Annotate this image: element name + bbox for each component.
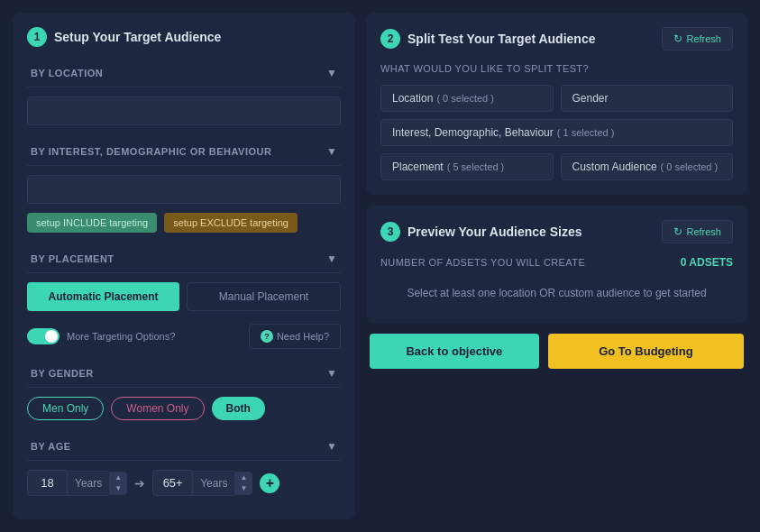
step-3-circle: 3 [380, 222, 400, 242]
exclude-targeting-button[interactable]: setup EXCLUDE targeting [164, 213, 298, 233]
go-to-budgeting-button[interactable]: Go To Budgeting [548, 334, 744, 369]
split-chip-custom-count: ( 0 selected ) [661, 161, 719, 172]
age-min-value: 18 [27, 470, 67, 496]
preview-refresh-icon: ↻ [673, 225, 682, 238]
step-2-circle: 2 [380, 29, 400, 49]
by-interest-header[interactable]: BY INTEREST, DEMOGRAPHIC OR BEHAVIOUR ▼ [27, 138, 341, 166]
split-chip-interest[interactable]: Interest, Demographic, Behaviour ( 1 sel… [380, 119, 733, 146]
right-panel: 2 Split Test Your Target Audience ↻ Refr… [366, 13, 747, 519]
more-targeting-label: More Targeting Options? [67, 331, 175, 342]
by-placement-chevron-icon: ▼ [326, 252, 337, 265]
split-chip-location[interactable]: Location ( 0 selected ) [380, 85, 554, 112]
by-age-label: BY AGE [31, 441, 71, 452]
gender-buttons: Men Only Women Only Both [27, 397, 341, 420]
by-gender-label: BY GENDER [31, 368, 94, 379]
bottom-buttons: Back to objective Go To Budgeting [366, 334, 747, 369]
by-gender-header[interactable]: BY GENDER ▼ [27, 360, 341, 388]
step-1-circle: 1 [27, 27, 47, 47]
by-placement-header[interactable]: BY PLACEMENT ▼ [27, 245, 341, 273]
age-min-spinner[interactable]: ▲ ▼ [109, 472, 127, 495]
age-max-value: 65+ [152, 470, 192, 496]
split-chip-interest-label: Interest, Demographic, Behaviour [392, 126, 554, 139]
split-chip-placement[interactable]: Placement ( 5 selected ) [380, 153, 554, 180]
by-gender-chevron-icon: ▼ [326, 367, 337, 380]
by-gender-section: BY GENDER ▼ Men Only Women Only Both [27, 360, 341, 420]
location-input[interactable] [27, 96, 341, 125]
split-chip-gender-label: Gender [572, 92, 609, 105]
preview-card: 3 Preview Your Audience Sizes ↻ Refresh … [366, 206, 747, 323]
preview-header-left: 3 Preview Your Audience Sizes [380, 222, 581, 242]
both-genders-button[interactable]: Both [212, 397, 265, 420]
manual-placement-button[interactable]: Manual Placement [187, 282, 341, 311]
targeting-tag-buttons: setup INCLUDE targeting setup EXCLUDE ta… [27, 213, 341, 233]
age-max-down-icon[interactable]: ▼ [235, 483, 252, 494]
by-location-section: BY LOCATION ▼ [27, 60, 341, 125]
adsets-label: NUMBER OF ADSETS YOU WILL CREATE [380, 257, 585, 268]
split-test-refresh-label: Refresh [686, 33, 721, 44]
split-test-chips-grid: Location ( 0 selected ) Gender Interest,… [380, 85, 733, 180]
age-max-unit: Years [192, 471, 234, 496]
by-placement-section: BY PLACEMENT ▼ Automatic Placement Manua… [27, 245, 341, 311]
add-age-range-button[interactable]: + [260, 473, 279, 493]
more-targeting-row: More Targeting Options? ? Need Help? [27, 324, 341, 349]
split-test-question: WHAT WOULD YOU LIKE TO SPLIT TEST? [380, 63, 733, 74]
adsets-count: 0 ADSETS [681, 256, 733, 269]
age-min-down-icon[interactable]: ▼ [110, 483, 126, 494]
split-chip-placement-label: Placement [392, 161, 444, 173]
by-interest-label: BY INTEREST, DEMOGRAPHIC OR BEHAVIOUR [31, 146, 271, 157]
toggle-knob [45, 330, 58, 343]
by-interest-chevron-icon: ▼ [326, 145, 337, 158]
split-chip-placement-count: ( 5 selected ) [447, 161, 505, 172]
preview-card-header: 3 Preview Your Audience Sizes ↻ Refresh [380, 220, 733, 243]
back-to-objective-button[interactable]: Back to objective [370, 334, 539, 369]
by-age-header[interactable]: BY AGE ▼ [27, 433, 341, 461]
age-min-up-icon[interactable]: ▲ [110, 472, 126, 483]
split-chip-custom-label: Custom Audience [572, 161, 657, 173]
age-max-up-icon[interactable]: ▲ [235, 472, 252, 483]
left-panel-title: Setup Your Target Audience [54, 30, 221, 44]
split-chip-location-count: ( 0 selected ) [436, 93, 494, 104]
placement-buttons: Automatic Placement Manual Placement [27, 282, 341, 311]
split-chip-gender[interactable]: Gender [561, 85, 734, 112]
by-location-label: BY LOCATION [31, 68, 103, 78]
by-age-section: BY AGE ▼ 18 Years ▲ ▼ ➔ 65+ Years [27, 433, 341, 496]
age-arrow-icon: ➔ [134, 476, 145, 491]
split-test-title: Split Test Your Target Audience [407, 32, 595, 46]
include-targeting-button[interactable]: setup INCLUDE targeting [27, 213, 157, 233]
adsets-row: NUMBER OF ADSETS YOU WILL CREATE 0 ADSET… [380, 256, 733, 269]
age-max-group: 65+ Years ▲ ▼ [152, 470, 252, 496]
split-chip-location-label: Location [392, 92, 433, 105]
split-test-header-left: 2 Split Test Your Target Audience [380, 29, 595, 49]
preview-refresh-button[interactable]: ↻ Refresh [662, 220, 733, 243]
age-max-spinner[interactable]: ▲ ▼ [234, 472, 252, 495]
age-row: 18 Years ▲ ▼ ➔ 65+ Years ▲ ▼ + [27, 470, 341, 496]
more-targeting-toggle-container: More Targeting Options? [27, 328, 175, 344]
split-test-card: 2 Split Test Your Target Audience ↻ Refr… [366, 13, 747, 195]
age-min-group: 18 Years ▲ ▼ [27, 470, 127, 496]
age-min-unit: Years [67, 471, 109, 496]
by-location-chevron-icon: ▼ [326, 67, 337, 79]
automatic-placement-button[interactable]: Automatic Placement [27, 282, 179, 311]
split-chip-interest-count: ( 1 selected ) [557, 127, 615, 138]
by-location-header[interactable]: BY LOCATION ▼ [27, 60, 341, 87]
left-panel-header: 1 Setup Your Target Audience [27, 27, 341, 47]
split-test-refresh-button[interactable]: ↻ Refresh [662, 27, 733, 50]
by-interest-section: BY INTEREST, DEMOGRAPHIC OR BEHAVIOUR ▼ … [27, 138, 341, 233]
by-age-chevron-icon: ▼ [326, 440, 337, 453]
preview-refresh-label: Refresh [686, 226, 721, 237]
more-targeting-toggle[interactable] [27, 328, 60, 344]
info-icon: ? [261, 330, 273, 343]
women-only-button[interactable]: Women Only [111, 397, 204, 420]
men-only-button[interactable]: Men Only [27, 397, 104, 420]
need-help-label: Need Help? [277, 331, 329, 342]
need-help-button[interactable]: ? Need Help? [249, 324, 341, 349]
left-panel: 1 Setup Your Target Audience BY LOCATION… [13, 13, 355, 519]
split-chip-custom-audience[interactable]: Custom Audience ( 0 selected ) [561, 153, 734, 180]
audience-message: Select at least one location OR custom a… [380, 278, 733, 308]
by-placement-label: BY PLACEMENT [31, 253, 114, 264]
refresh-icon: ↻ [673, 32, 682, 45]
interest-input[interactable] [27, 175, 341, 204]
split-test-card-header: 2 Split Test Your Target Audience ↻ Refr… [380, 27, 733, 50]
preview-title: Preview Your Audience Sizes [407, 225, 581, 239]
